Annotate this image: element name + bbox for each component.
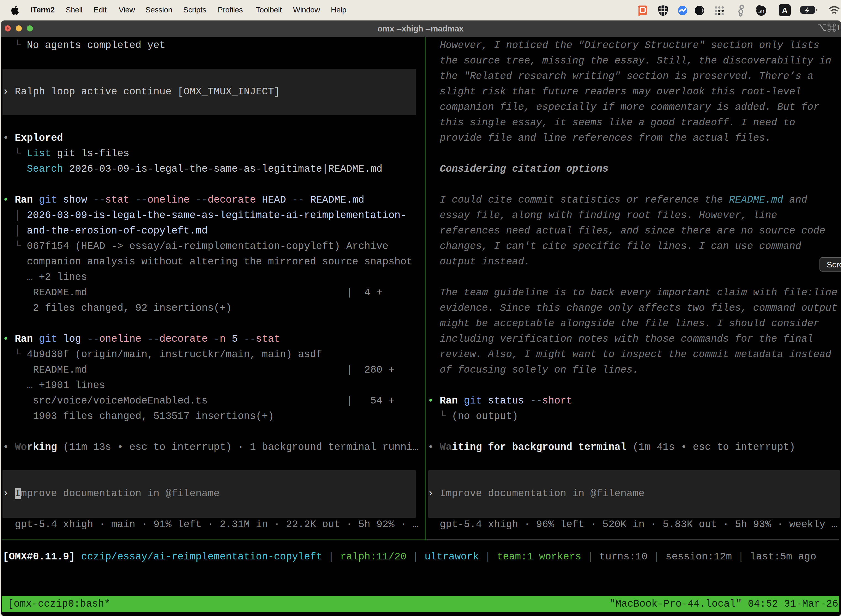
svg-text:..61: ..61	[757, 9, 765, 14]
svg-text:1: 1	[836, 24, 840, 32]
svg-text:A: A	[782, 6, 787, 15]
